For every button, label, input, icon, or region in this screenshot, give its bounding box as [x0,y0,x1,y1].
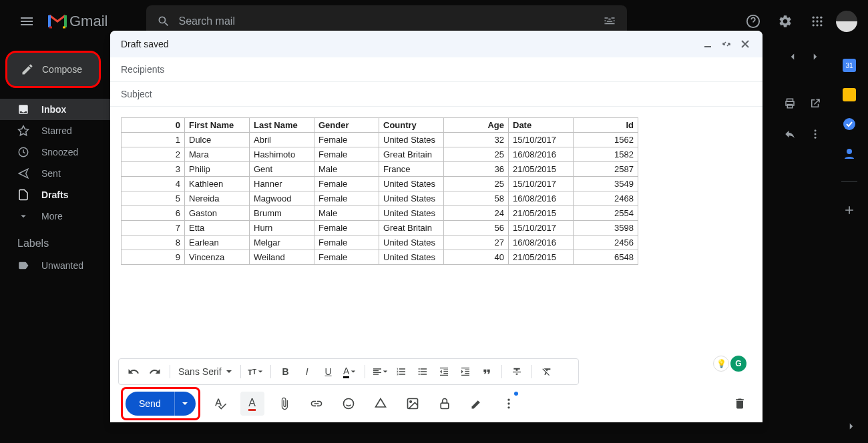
table-row: 4KathleenHannerFemaleUnited States2515/1… [122,177,638,191]
drive-icon[interactable] [369,392,393,416]
grammarly-icon[interactable]: G [730,356,746,372]
font-size-icon[interactable]: тT [246,362,265,381]
indent-less-icon[interactable] [435,362,453,381]
undo-icon[interactable] [124,362,143,381]
indent-more-icon[interactable] [456,362,475,381]
contacts-app-icon[interactable] [843,147,856,160]
gmail-logo[interactable]: Gmail [48,13,107,30]
add-app-icon[interactable] [843,203,856,217]
redo-icon[interactable] [146,362,164,381]
grammarly-badges: 💡 G [713,356,746,372]
bullet-list-icon[interactable] [413,362,432,381]
compose-header: Draft saved [110,31,763,57]
table-row: 9VincenzaWeilandFemaleUnited States4021/… [122,250,638,265]
search-input[interactable] [178,15,595,27]
file-icon [17,189,29,201]
confidential-icon[interactable] [433,392,457,416]
main-menu-icon[interactable] [11,5,43,37]
gmail-logo-icon [48,14,67,29]
table-row: 5NereidaMagwoodFemaleUnited States5816/0… [122,191,638,206]
svg-point-15 [815,133,817,135]
format-options-icon[interactable]: A [240,392,264,416]
align-icon[interactable] [371,362,389,381]
table-row: 8EarleanMelgarFemaleUnited States2716/08… [122,236,638,250]
italic-icon[interactable]: I [298,362,316,381]
send-button-group: Send [121,387,200,420]
table-header: Id [574,118,638,133]
settings-icon[interactable] [772,8,799,35]
close-icon[interactable] [738,37,752,51]
emoji-icon[interactable] [337,392,361,416]
svg-point-6 [820,20,822,22]
search-options-icon[interactable] [603,15,616,28]
svg-point-9 [820,24,822,26]
svg-rect-25 [441,403,449,408]
table-row: 3PhilipGentMaleFrance3621/05/20152587 [122,162,638,177]
format-toolbar: Sans Serif тT B I U A [118,358,579,385]
image-icon[interactable] [401,392,425,416]
chevron-right-icon[interactable] [809,51,821,63]
more-vert-icon[interactable] [809,128,821,140]
quote-icon[interactable] [477,362,496,381]
svg-point-20 [843,118,855,130]
attach-icon[interactable] [272,392,296,416]
collapse-panel-icon[interactable] [845,420,857,432]
numbered-list-icon[interactable] [392,362,411,381]
table-header: First Name [185,118,250,133]
send-options-button[interactable] [174,392,196,416]
send-button[interactable]: Send [126,392,174,416]
compose-bottom-toolbar: Send A [110,385,763,422]
compose-title: Draft saved [121,39,701,49]
font-select[interactable]: Sans Serif [176,366,235,377]
open-new-icon[interactable] [809,97,821,109]
clear-format-icon[interactable] [537,362,556,381]
minimize-icon[interactable] [701,37,714,51]
spellcheck-icon[interactable] [208,392,232,416]
fullscreen-exit-icon[interactable] [720,37,733,51]
account-avatar[interactable] [836,11,857,32]
table-header: Last Name [250,118,314,133]
more-options-icon[interactable] [497,392,521,416]
apps-icon[interactable] [804,8,831,35]
text-color-icon[interactable]: A [341,362,359,381]
table-header: Date [509,118,574,133]
compose-label: Compose [42,64,82,75]
svg-point-8 [816,24,818,26]
table-row: 1DulceAbrilFemaleUnited States3215/10/20… [122,133,638,147]
compose-body[interactable]: 0First NameLast NameGenderCountryAgeDate… [110,107,763,358]
chevron-down-icon [17,210,29,222]
search-icon [157,15,170,28]
keep-app-icon[interactable] [843,88,856,101]
svg-point-24 [410,401,412,403]
svg-point-1 [813,17,815,19]
recipients-field[interactable]: Recipients [110,57,763,82]
svg-point-28 [507,406,509,408]
reply-icon[interactable] [784,128,796,140]
compose-button[interactable]: Compose [5,51,101,88]
send-icon [17,167,29,179]
table-header: Country [379,118,444,133]
calendar-app-icon[interactable]: 31 [843,59,856,72]
discard-icon[interactable] [728,392,752,416]
compose-window: Draft saved Recipients Subject 0First Na… [110,31,763,422]
svg-point-14 [815,129,817,131]
svg-point-5 [816,20,818,22]
table-row: 6GastonBrummMaleUnited States2421/05/201… [122,206,638,221]
gmail-logo-text: Gmail [69,13,107,30]
signature-icon[interactable] [465,392,489,416]
tasks-app-icon[interactable] [843,117,856,131]
chevron-left-icon[interactable] [787,51,799,63]
bold-icon[interactable]: B [276,362,295,381]
table-header: 0 [122,118,185,133]
svg-rect-19 [843,88,856,101]
right-side-panel: 31 [831,43,868,217]
svg-point-27 [507,402,509,404]
grammarly-hint-icon[interactable]: 💡 [713,356,729,372]
link-icon[interactable] [304,392,329,416]
svg-point-26 [507,399,509,401]
subject-field[interactable]: Subject [110,82,763,107]
strikethrough-icon[interactable] [507,362,526,381]
underline-icon[interactable]: U [319,362,338,381]
print-icon[interactable] [784,97,796,109]
svg-text:31: 31 [845,62,853,69]
